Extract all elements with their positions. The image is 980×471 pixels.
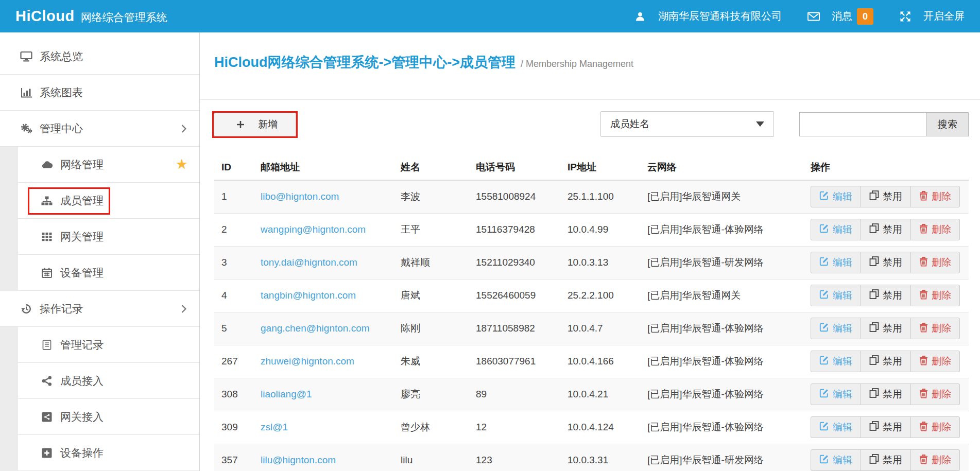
copy-icon — [869, 223, 879, 236]
annotation-box-add-button: 新增 — [212, 111, 298, 138]
cell-ip: 10.0.3.13 — [560, 246, 640, 279]
edit-button[interactable]: 编辑 — [811, 219, 861, 240]
edit-button[interactable]: 编辑 — [811, 383, 861, 405]
sidebar-item-label: 成员接入 — [60, 374, 104, 388]
divider — [200, 99, 980, 100]
disable-button[interactable]: 禁用 — [861, 351, 911, 372]
copy-icon — [869, 421, 879, 433]
fullscreen-label: 开启全屏 — [923, 9, 965, 23]
sidebar-item-label: 管理记录 — [60, 338, 104, 352]
col-header-email: 邮箱地址 — [253, 154, 393, 180]
edit-button[interactable]: 编辑 — [811, 416, 861, 438]
delete-button[interactable]: 删除 — [910, 383, 960, 405]
company-name: 湖南华辰智通科技有限公司 — [658, 9, 782, 23]
delete-button[interactable]: 删除 — [910, 186, 960, 207]
sidebar-item-mgmt-records[interactable]: 管理记录 — [18, 327, 199, 363]
table-row: 4 tangbin@hignton.com 唐斌 15526460059 25.… — [214, 279, 969, 312]
sidebar-item-admin-center[interactable]: 管理中心 — [0, 111, 199, 147]
email-link[interactable]: liaoliang@1 — [261, 389, 312, 399]
monitor-icon — [18, 51, 35, 62]
delete-button[interactable]: 删除 — [910, 449, 960, 471]
sidebar-item-gateway-mgmt[interactable]: 网关管理 — [18, 219, 199, 255]
delete-button[interactable]: 删除 — [910, 219, 960, 240]
messages-count-badge: 0 — [857, 8, 873, 25]
sidebar-item-system-overview[interactable]: 系统总览 — [0, 39, 199, 75]
add-member-button[interactable]: 新增 — [214, 113, 296, 136]
sidebar-item-operation-records[interactable]: 操作记录 — [0, 291, 199, 327]
sidebar-item-system-charts[interactable]: 系统图表 — [0, 75, 199, 111]
cell-id: 1 — [214, 180, 253, 213]
delete-button[interactable]: 删除 — [910, 285, 960, 306]
app-logo: HiCloud 网络综合管理系统 — [0, 8, 167, 25]
email-link[interactable]: gang.chen@hignton.com — [261, 323, 370, 334]
edit-button[interactable]: 编辑 — [811, 285, 861, 306]
copy-icon — [869, 256, 879, 269]
delete-button[interactable]: 删除 — [910, 318, 960, 339]
expand-icon — [897, 11, 914, 22]
copy-icon — [869, 190, 879, 203]
sidebar-item-network-mgmt[interactable]: 网络管理 ★ — [18, 147, 199, 183]
disable-button[interactable]: 禁用 — [861, 219, 911, 240]
sidebar-item-member-access[interactable]: 成员接入 — [18, 363, 199, 399]
edit-button[interactable]: 编辑 — [811, 252, 861, 273]
disable-button[interactable]: 禁用 — [861, 383, 911, 405]
delete-button[interactable]: 删除 — [910, 351, 960, 372]
email-link[interactable]: lilu@hignton.com — [261, 455, 336, 465]
cell-phone: 15581008924 — [469, 180, 560, 213]
top-navbar: HiCloud 网络综合管理系统 湖南华辰智通科技有限公司 消息 0 开启全屏 — [0, 0, 980, 32]
edit-button[interactable]: 编辑 — [811, 449, 861, 471]
edit-icon — [819, 388, 829, 400]
search-button[interactable]: 搜索 — [926, 112, 969, 136]
copy-icon — [869, 289, 879, 302]
cell-id: 5 — [214, 312, 253, 345]
sidebar-item-member-mgmt[interactable]: 成员管理 — [18, 183, 199, 219]
copy-icon — [869, 322, 879, 335]
edit-button[interactable]: 编辑 — [811, 318, 861, 339]
email-link[interactable]: tony.dai@hignton.com — [261, 257, 357, 268]
email-link[interactable]: libo@hignton.com — [261, 191, 339, 202]
add-member-label: 新增 — [258, 118, 278, 131]
sidebar-item-gateway-access[interactable]: 网关接入 — [18, 399, 199, 435]
edit-icon — [819, 223, 829, 236]
delete-button[interactable]: 删除 — [910, 252, 960, 273]
messages-menu[interactable]: 消息 0 — [805, 8, 873, 25]
search-input[interactable] — [799, 112, 927, 136]
email-link[interactable]: wangping@hignton.com — [261, 224, 366, 235]
sidebar-item-label: 成员管理 — [60, 194, 104, 208]
fullscreen-toggle[interactable]: 开启全屏 — [897, 9, 965, 23]
cell-phone: 89 — [469, 378, 560, 411]
bar-chart-icon — [18, 88, 35, 98]
email-link[interactable]: zhuwei@hignton.com — [261, 356, 354, 367]
cell-network: [已启用]华辰智通-体验网络 — [640, 411, 803, 444]
search-field-select[interactable]: 成员姓名 — [600, 111, 774, 137]
trash-icon — [919, 289, 928, 302]
disable-button[interactable]: 禁用 — [861, 416, 911, 438]
disable-button[interactable]: 禁用 — [861, 186, 911, 207]
table-header-row: ID 邮箱地址 姓名 电话号码 IP地址 云网络 操作 — [214, 154, 969, 180]
delete-button[interactable]: 删除 — [910, 416, 960, 438]
disable-button[interactable]: 禁用 — [861, 285, 911, 306]
sidebar-item-device-ops[interactable]: 设备操作 — [18, 435, 199, 471]
disable-button[interactable]: 禁用 — [861, 318, 911, 339]
envelope-icon — [805, 12, 822, 21]
cell-id: 309 — [214, 411, 253, 444]
members-table: ID 邮箱地址 姓名 电话号码 IP地址 云网络 操作 1 libo@hignt… — [214, 154, 969, 471]
cell-phone: 15116379428 — [469, 213, 560, 246]
sidebar-item-device-mgmt[interactable]: 设备管理 — [18, 255, 199, 291]
share-square-icon — [39, 412, 55, 422]
cell-name: lilu — [393, 444, 469, 471]
trash-icon — [919, 322, 928, 335]
cell-name: 廖亮 — [393, 378, 469, 411]
sidebar-item-label: 设备操作 — [60, 446, 104, 460]
company-menu[interactable]: 湖南华辰智通科技有限公司 — [632, 9, 782, 23]
page-title: HiCloud网络综合管理系统->管理中心->成员管理 / Membership… — [214, 53, 633, 72]
disable-button[interactable]: 禁用 — [861, 252, 911, 273]
disable-button[interactable]: 禁用 — [861, 449, 911, 471]
table-row: 2 wangping@hignton.com 王平 15116379428 10… — [214, 213, 969, 246]
edit-button[interactable]: 编辑 — [811, 351, 861, 372]
table-row: 309 zsl@1 曾少林 12 10.0.4.124 [已启用]华辰智通-体验… — [214, 411, 969, 444]
edit-button[interactable]: 编辑 — [811, 186, 861, 207]
email-link[interactable]: zsl@1 — [261, 422, 288, 432]
email-link[interactable]: tangbin@hignton.com — [261, 290, 356, 301]
col-header-network: 云网络 — [640, 154, 803, 180]
